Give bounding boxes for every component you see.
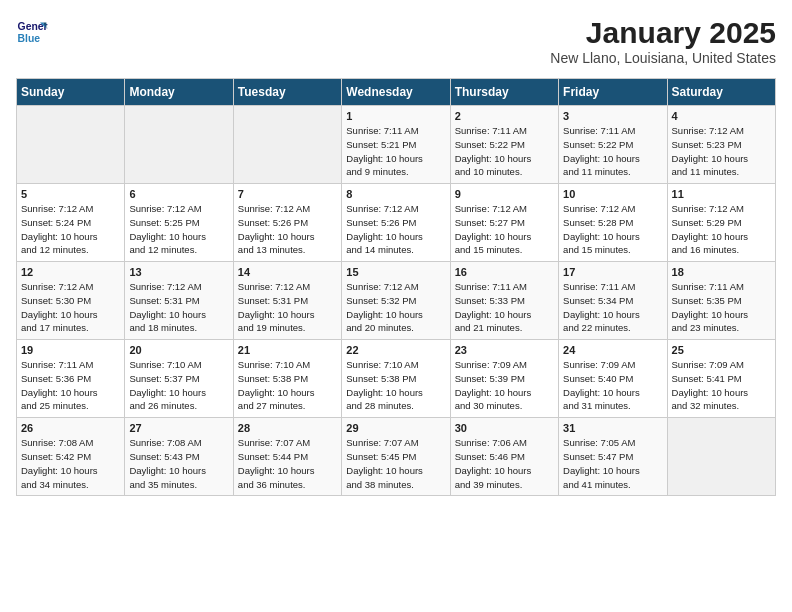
day-number: 2 bbox=[455, 110, 554, 122]
calendar-week-row: 5Sunrise: 7:12 AM Sunset: 5:24 PM Daylig… bbox=[17, 184, 776, 262]
day-number: 28 bbox=[238, 422, 337, 434]
calendar-cell: 23Sunrise: 7:09 AM Sunset: 5:39 PM Dayli… bbox=[450, 340, 558, 418]
day-info: Sunrise: 7:12 AM Sunset: 5:31 PM Dayligh… bbox=[238, 280, 337, 335]
calendar-cell: 1Sunrise: 7:11 AM Sunset: 5:21 PM Daylig… bbox=[342, 106, 450, 184]
day-number: 3 bbox=[563, 110, 662, 122]
day-number: 18 bbox=[672, 266, 771, 278]
day-number: 22 bbox=[346, 344, 445, 356]
calendar-cell bbox=[125, 106, 233, 184]
weekday-header-tuesday: Tuesday bbox=[233, 79, 341, 106]
day-number: 7 bbox=[238, 188, 337, 200]
day-info: Sunrise: 7:10 AM Sunset: 5:38 PM Dayligh… bbox=[346, 358, 445, 413]
calendar-cell: 14Sunrise: 7:12 AM Sunset: 5:31 PM Dayli… bbox=[233, 262, 341, 340]
calendar-cell: 12Sunrise: 7:12 AM Sunset: 5:30 PM Dayli… bbox=[17, 262, 125, 340]
calendar-week-row: 12Sunrise: 7:12 AM Sunset: 5:30 PM Dayli… bbox=[17, 262, 776, 340]
day-info: Sunrise: 7:12 AM Sunset: 5:23 PM Dayligh… bbox=[672, 124, 771, 179]
day-info: Sunrise: 7:12 AM Sunset: 5:30 PM Dayligh… bbox=[21, 280, 120, 335]
month-title: January 2025 bbox=[550, 16, 776, 50]
day-info: Sunrise: 7:07 AM Sunset: 5:45 PM Dayligh… bbox=[346, 436, 445, 491]
day-info: Sunrise: 7:12 AM Sunset: 5:26 PM Dayligh… bbox=[346, 202, 445, 257]
day-number: 25 bbox=[672, 344, 771, 356]
calendar-cell: 16Sunrise: 7:11 AM Sunset: 5:33 PM Dayli… bbox=[450, 262, 558, 340]
day-info: Sunrise: 7:11 AM Sunset: 5:22 PM Dayligh… bbox=[455, 124, 554, 179]
calendar-cell: 18Sunrise: 7:11 AM Sunset: 5:35 PM Dayli… bbox=[667, 262, 775, 340]
calendar-cell: 27Sunrise: 7:08 AM Sunset: 5:43 PM Dayli… bbox=[125, 418, 233, 496]
calendar-cell: 10Sunrise: 7:12 AM Sunset: 5:28 PM Dayli… bbox=[559, 184, 667, 262]
weekday-header-saturday: Saturday bbox=[667, 79, 775, 106]
calendar-cell: 25Sunrise: 7:09 AM Sunset: 5:41 PM Dayli… bbox=[667, 340, 775, 418]
calendar-table: SundayMondayTuesdayWednesdayThursdayFrid… bbox=[16, 78, 776, 496]
calendar-cell: 24Sunrise: 7:09 AM Sunset: 5:40 PM Dayli… bbox=[559, 340, 667, 418]
day-info: Sunrise: 7:07 AM Sunset: 5:44 PM Dayligh… bbox=[238, 436, 337, 491]
day-info: Sunrise: 7:08 AM Sunset: 5:42 PM Dayligh… bbox=[21, 436, 120, 491]
day-number: 24 bbox=[563, 344, 662, 356]
location: New Llano, Louisiana, United States bbox=[550, 50, 776, 66]
calendar-week-row: 19Sunrise: 7:11 AM Sunset: 5:36 PM Dayli… bbox=[17, 340, 776, 418]
weekday-header-thursday: Thursday bbox=[450, 79, 558, 106]
svg-text:Blue: Blue bbox=[18, 33, 41, 44]
day-number: 17 bbox=[563, 266, 662, 278]
calendar-cell: 8Sunrise: 7:12 AM Sunset: 5:26 PM Daylig… bbox=[342, 184, 450, 262]
calendar-cell: 17Sunrise: 7:11 AM Sunset: 5:34 PM Dayli… bbox=[559, 262, 667, 340]
day-info: Sunrise: 7:12 AM Sunset: 5:25 PM Dayligh… bbox=[129, 202, 228, 257]
calendar-cell: 5Sunrise: 7:12 AM Sunset: 5:24 PM Daylig… bbox=[17, 184, 125, 262]
calendar-cell: 28Sunrise: 7:07 AM Sunset: 5:44 PM Dayli… bbox=[233, 418, 341, 496]
page-header: General Blue January 2025 New Llano, Lou… bbox=[16, 16, 776, 66]
day-info: Sunrise: 7:12 AM Sunset: 5:26 PM Dayligh… bbox=[238, 202, 337, 257]
day-info: Sunrise: 7:08 AM Sunset: 5:43 PM Dayligh… bbox=[129, 436, 228, 491]
calendar-cell bbox=[17, 106, 125, 184]
day-number: 5 bbox=[21, 188, 120, 200]
day-number: 9 bbox=[455, 188, 554, 200]
weekday-header-friday: Friday bbox=[559, 79, 667, 106]
day-info: Sunrise: 7:11 AM Sunset: 5:21 PM Dayligh… bbox=[346, 124, 445, 179]
calendar-cell: 13Sunrise: 7:12 AM Sunset: 5:31 PM Dayli… bbox=[125, 262, 233, 340]
calendar-cell: 9Sunrise: 7:12 AM Sunset: 5:27 PM Daylig… bbox=[450, 184, 558, 262]
day-info: Sunrise: 7:11 AM Sunset: 5:35 PM Dayligh… bbox=[672, 280, 771, 335]
day-number: 15 bbox=[346, 266, 445, 278]
day-info: Sunrise: 7:12 AM Sunset: 5:32 PM Dayligh… bbox=[346, 280, 445, 335]
weekday-header-sunday: Sunday bbox=[17, 79, 125, 106]
day-info: Sunrise: 7:09 AM Sunset: 5:41 PM Dayligh… bbox=[672, 358, 771, 413]
calendar-cell: 4Sunrise: 7:12 AM Sunset: 5:23 PM Daylig… bbox=[667, 106, 775, 184]
calendar-cell: 15Sunrise: 7:12 AM Sunset: 5:32 PM Dayli… bbox=[342, 262, 450, 340]
calendar-cell: 22Sunrise: 7:10 AM Sunset: 5:38 PM Dayli… bbox=[342, 340, 450, 418]
logo: General Blue bbox=[16, 16, 48, 48]
day-number: 23 bbox=[455, 344, 554, 356]
day-number: 14 bbox=[238, 266, 337, 278]
day-info: Sunrise: 7:11 AM Sunset: 5:36 PM Dayligh… bbox=[21, 358, 120, 413]
calendar-cell: 19Sunrise: 7:11 AM Sunset: 5:36 PM Dayli… bbox=[17, 340, 125, 418]
day-info: Sunrise: 7:11 AM Sunset: 5:33 PM Dayligh… bbox=[455, 280, 554, 335]
day-info: Sunrise: 7:11 AM Sunset: 5:34 PM Dayligh… bbox=[563, 280, 662, 335]
day-number: 4 bbox=[672, 110, 771, 122]
calendar-cell: 30Sunrise: 7:06 AM Sunset: 5:46 PM Dayli… bbox=[450, 418, 558, 496]
day-info: Sunrise: 7:12 AM Sunset: 5:29 PM Dayligh… bbox=[672, 202, 771, 257]
weekday-header-monday: Monday bbox=[125, 79, 233, 106]
day-number: 1 bbox=[346, 110, 445, 122]
day-info: Sunrise: 7:10 AM Sunset: 5:37 PM Dayligh… bbox=[129, 358, 228, 413]
calendar-cell: 11Sunrise: 7:12 AM Sunset: 5:29 PM Dayli… bbox=[667, 184, 775, 262]
logo-icon: General Blue bbox=[16, 16, 48, 48]
calendar-cell: 3Sunrise: 7:11 AM Sunset: 5:22 PM Daylig… bbox=[559, 106, 667, 184]
calendar-cell: 7Sunrise: 7:12 AM Sunset: 5:26 PM Daylig… bbox=[233, 184, 341, 262]
day-info: Sunrise: 7:06 AM Sunset: 5:46 PM Dayligh… bbox=[455, 436, 554, 491]
calendar-cell: 29Sunrise: 7:07 AM Sunset: 5:45 PM Dayli… bbox=[342, 418, 450, 496]
day-number: 13 bbox=[129, 266, 228, 278]
day-number: 6 bbox=[129, 188, 228, 200]
day-number: 20 bbox=[129, 344, 228, 356]
calendar-cell bbox=[233, 106, 341, 184]
day-number: 16 bbox=[455, 266, 554, 278]
day-info: Sunrise: 7:11 AM Sunset: 5:22 PM Dayligh… bbox=[563, 124, 662, 179]
day-number: 11 bbox=[672, 188, 771, 200]
day-number: 27 bbox=[129, 422, 228, 434]
day-number: 30 bbox=[455, 422, 554, 434]
day-number: 29 bbox=[346, 422, 445, 434]
day-info: Sunrise: 7:12 AM Sunset: 5:27 PM Dayligh… bbox=[455, 202, 554, 257]
day-info: Sunrise: 7:09 AM Sunset: 5:39 PM Dayligh… bbox=[455, 358, 554, 413]
day-info: Sunrise: 7:05 AM Sunset: 5:47 PM Dayligh… bbox=[563, 436, 662, 491]
calendar-week-row: 1Sunrise: 7:11 AM Sunset: 5:21 PM Daylig… bbox=[17, 106, 776, 184]
day-info: Sunrise: 7:12 AM Sunset: 5:24 PM Dayligh… bbox=[21, 202, 120, 257]
day-info: Sunrise: 7:12 AM Sunset: 5:31 PM Dayligh… bbox=[129, 280, 228, 335]
day-number: 19 bbox=[21, 344, 120, 356]
calendar-cell: 31Sunrise: 7:05 AM Sunset: 5:47 PM Dayli… bbox=[559, 418, 667, 496]
day-info: Sunrise: 7:09 AM Sunset: 5:40 PM Dayligh… bbox=[563, 358, 662, 413]
